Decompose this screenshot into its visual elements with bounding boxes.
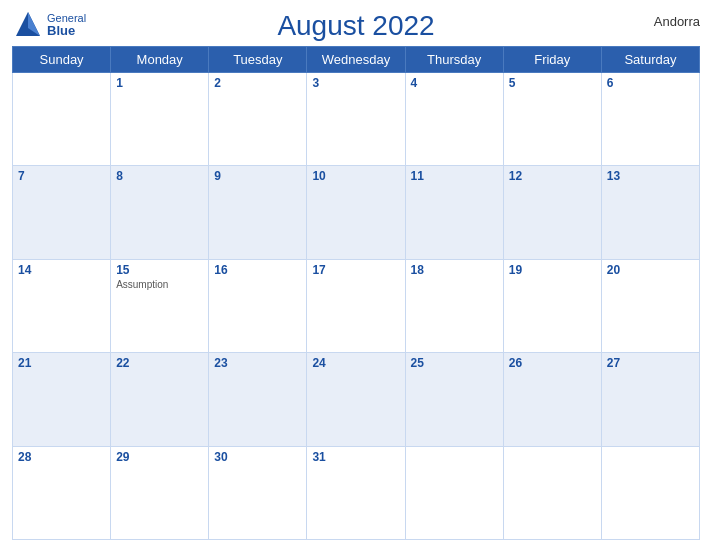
day-cell: 23 [209,353,307,446]
day-number: 29 [116,450,203,464]
calendar-header: General Blue August 2022 Andorra [12,10,700,42]
day-number: 20 [607,263,694,277]
day-number: 15 [116,263,203,277]
day-cell: 19 [503,259,601,352]
day-cell: 27 [601,353,699,446]
header-thursday: Thursday [405,47,503,73]
header-wednesday: Wednesday [307,47,405,73]
day-cell: 31 [307,446,405,539]
week-row-0: 123456 [13,73,700,166]
calendar-title: August 2022 [277,10,434,42]
logo-blue: Blue [47,24,86,38]
day-cell: 17 [307,259,405,352]
day-number: 13 [607,169,694,183]
day-cell [13,73,111,166]
day-cell: 12 [503,166,601,259]
week-row-2: 1415Assumption1617181920 [13,259,700,352]
week-row-3: 21222324252627 [13,353,700,446]
day-number: 26 [509,356,596,370]
country-label: Andorra [654,14,700,29]
header-friday: Friday [503,47,601,73]
day-cell: 2 [209,73,307,166]
day-cell: 26 [503,353,601,446]
day-cell: 6 [601,73,699,166]
day-cell: 20 [601,259,699,352]
day-number: 22 [116,356,203,370]
day-cell [503,446,601,539]
day-number: 6 [607,76,694,90]
day-cell [405,446,503,539]
day-number: 12 [509,169,596,183]
day-cell: 28 [13,446,111,539]
logo-icon [12,10,44,40]
day-cell: 15Assumption [111,259,209,352]
day-cell: 10 [307,166,405,259]
day-cell: 29 [111,446,209,539]
day-number: 24 [312,356,399,370]
day-number: 17 [312,263,399,277]
day-cell: 21 [13,353,111,446]
day-cell: 22 [111,353,209,446]
calendar-body: 123456789101112131415Assumption161718192… [13,73,700,540]
header-monday: Monday [111,47,209,73]
day-cell: 4 [405,73,503,166]
day-number: 4 [411,76,498,90]
logo-area: General Blue [12,10,86,40]
day-number: 23 [214,356,301,370]
day-cell: 30 [209,446,307,539]
day-number: 3 [312,76,399,90]
day-cell: 11 [405,166,503,259]
day-cell: 16 [209,259,307,352]
day-cell [601,446,699,539]
day-cell: 5 [503,73,601,166]
day-number: 9 [214,169,301,183]
day-number: 14 [18,263,105,277]
day-number: 2 [214,76,301,90]
weekday-header-row: Sunday Monday Tuesday Wednesday Thursday… [13,47,700,73]
day-cell: 3 [307,73,405,166]
day-number: 11 [411,169,498,183]
day-number: 30 [214,450,301,464]
day-cell: 7 [13,166,111,259]
day-number: 7 [18,169,105,183]
day-cell: 13 [601,166,699,259]
day-number: 8 [116,169,203,183]
day-number: 10 [312,169,399,183]
day-number: 31 [312,450,399,464]
week-row-4: 28293031 [13,446,700,539]
day-cell: 18 [405,259,503,352]
day-cell: 9 [209,166,307,259]
day-number: 1 [116,76,203,90]
header-saturday: Saturday [601,47,699,73]
day-cell: 24 [307,353,405,446]
day-cell: 1 [111,73,209,166]
day-number: 5 [509,76,596,90]
day-cell: 25 [405,353,503,446]
day-number: 28 [18,450,105,464]
header-tuesday: Tuesday [209,47,307,73]
day-cell: 8 [111,166,209,259]
calendar-table: Sunday Monday Tuesday Wednesday Thursday… [12,46,700,540]
header-sunday: Sunday [13,47,111,73]
day-number: 18 [411,263,498,277]
week-row-1: 78910111213 [13,166,700,259]
day-number: 16 [214,263,301,277]
day-cell: 14 [13,259,111,352]
day-number: 25 [411,356,498,370]
day-number: 27 [607,356,694,370]
holiday-name: Assumption [116,279,203,290]
day-number: 21 [18,356,105,370]
calendar-wrapper: General Blue August 2022 Andorra Sunday … [0,0,712,550]
day-number: 19 [509,263,596,277]
